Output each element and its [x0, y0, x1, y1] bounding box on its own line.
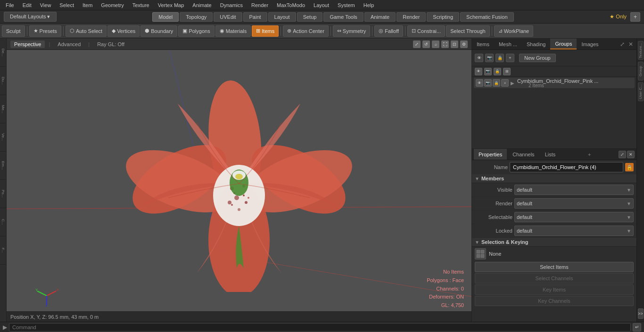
command-arrow[interactable]: ▶ [3, 324, 7, 331]
symmetry-btn[interactable]: ⇔ Symmetry [333, 25, 371, 37]
group-eye-icon[interactable]: 👁 [475, 68, 482, 75]
ps-tab-properties[interactable]: Properties [474, 149, 507, 160]
left-label-0[interactable]: De... [0, 39, 6, 67]
menu-edit[interactable]: Edit [19, 1, 35, 9]
falloff-btn[interactable]: ◎ Falloff [374, 25, 403, 37]
menu-texture[interactable]: Texture [129, 1, 153, 9]
rp-close-icon[interactable]: ✕ [627, 40, 635, 48]
render-icon-1[interactable]: 📷 [485, 54, 494, 62]
eye-icon-1[interactable]: 👁 [475, 54, 483, 62]
rp-tab-groups[interactable]: Groups [550, 39, 577, 49]
menu-maxtomodo[interactable]: MaxToModo [273, 1, 309, 9]
lock-button[interactable]: 🔒 [625, 163, 634, 171]
items-btn[interactable]: ⊞ Items [252, 25, 279, 37]
lock-icon-1[interactable]: 🔒 [495, 54, 504, 62]
menu-animate[interactable]: Animate [189, 1, 215, 9]
left-label-3[interactable]: Ve... [0, 123, 6, 152]
left-label-4[interactable]: Em... [0, 152, 6, 180]
add-layout-btn[interactable]: + [630, 12, 640, 22]
select-items-btn[interactable]: Select Items [475, 262, 634, 272]
constraints-btn[interactable]: ⊡ Constrai... [407, 25, 445, 37]
locked-select[interactable]: default ▼ [514, 226, 634, 236]
tab-model[interactable]: Model [152, 12, 179, 22]
tab-setup[interactable]: Setup [297, 12, 323, 22]
ps-tab-channels[interactable]: Channels [508, 149, 539, 160]
vertices-btn[interactable]: ◆ Vertices [107, 25, 140, 37]
key-items-btn[interactable]: Key Items [475, 284, 634, 295]
menu-layout[interactable]: Layout [310, 1, 333, 9]
tab-uvedit[interactable]: UVEdit [214, 12, 242, 22]
vp-tab-perspective[interactable]: Perspective [10, 40, 45, 48]
name-input[interactable] [510, 162, 623, 172]
plus-icon-1[interactable]: + [506, 54, 514, 62]
rp-tab-items[interactable]: Items [472, 39, 494, 49]
rp-tab-shading[interactable]: Shading [522, 39, 550, 49]
group-cam-icon[interactable]: 📷 [484, 68, 492, 75]
left-label-6[interactable]: C... [0, 208, 6, 236]
tab-schematic-fusion[interactable]: Schematic Fusion [460, 12, 513, 22]
group-grid-icon[interactable]: ⊞ [503, 68, 511, 75]
key-channels-btn[interactable]: Key Channels [475, 296, 634, 306]
select-channels-btn[interactable]: Select Channels [475, 273, 634, 283]
workplane-btn[interactable]: ⊿ WorkPlane [494, 25, 534, 37]
vp-icon-rotate[interactable]: ↺ [422, 40, 430, 48]
rp-tab-images[interactable]: Images [577, 39, 603, 49]
tab-game-tools[interactable]: Game Tools [323, 12, 363, 22]
menu-system[interactable]: System [334, 1, 359, 9]
command-enter-btn[interactable]: ↵ [633, 323, 641, 332]
auto-select-btn[interactable]: ⬡ Auto Select [66, 25, 107, 37]
group-rend-icon[interactable]: 📷 [484, 79, 492, 87]
rs-group-icon[interactable]: Group [638, 62, 644, 81]
left-label-2[interactable]: Me... [0, 95, 6, 123]
tab-scripting[interactable]: Scripting [427, 12, 459, 22]
render-select[interactable]: default ▼ [514, 198, 634, 209]
menu-render[interactable]: Render [248, 1, 272, 9]
new-group-button[interactable]: New Group [519, 54, 556, 62]
vp-tab-advanced[interactable]: Advanced [54, 40, 84, 48]
left-label-5[interactable]: Po... [0, 180, 6, 208]
group-lck-icon[interactable]: 🔒 [493, 79, 500, 87]
sculpt-btn[interactable]: Sculpt [2, 25, 25, 37]
materials-btn[interactable]: ◉ Materials [215, 25, 251, 37]
sk-section-header[interactable]: ▼ Selection & Keying [472, 238, 636, 247]
viewport[interactable]: X Y Z No Items Polygons : Face Channels:… [7, 50, 471, 322]
polygons-btn[interactable]: ▣ Polygons [178, 25, 214, 37]
visible-select[interactable]: default ▼ [514, 185, 634, 195]
rs-texture-icon[interactable]: Texture... [638, 41, 644, 60]
action-center-btn[interactable]: ⊕ Action Center [283, 25, 329, 37]
rs-expand-btn[interactable]: >> [638, 308, 644, 319]
members-section-header[interactable]: ▼ Members [472, 174, 636, 183]
group-vis-icon[interactable]: 👁 [476, 79, 483, 87]
left-label-1[interactable]: Du... [0, 67, 6, 95]
menu-file[interactable]: File [2, 1, 18, 9]
tab-animate[interactable]: Animate [364, 12, 396, 22]
default-layouts-btn[interactable]: Default Layouts ▾ [4, 12, 57, 22]
vp-icon-move[interactable]: ⤢ [413, 40, 421, 48]
menu-geometry[interactable]: Geometry [97, 1, 127, 9]
vp-icon-zoom[interactable]: ⌕ [432, 40, 439, 48]
select-through-btn[interactable]: Select Through [446, 25, 489, 37]
ps-add-tab[interactable]: + [585, 152, 594, 157]
tab-layout[interactable]: Layout [268, 12, 296, 22]
group-plus-icon[interactable]: + [501, 79, 509, 87]
group-lock-icon[interactable]: 🔒 [494, 68, 501, 75]
tab-topology[interactable]: Topology [180, 12, 213, 22]
ps-tab-lists[interactable]: Lists [540, 149, 561, 160]
group-list-item[interactable]: 👁 📷 🔒 + ▶ Cymbidium_Orchid_Flower_Pink .… [474, 78, 635, 88]
rp-tab-mesh[interactable]: Mesh ... [494, 39, 522, 49]
boundary-btn[interactable]: ⬢ Boundary [140, 25, 177, 37]
menu-dynamics[interactable]: Dynamics [216, 1, 247, 9]
command-input[interactable] [9, 323, 631, 332]
presets-btn[interactable]: ★ Presets [29, 25, 61, 37]
ps-close-icon[interactable]: ✕ [627, 151, 635, 158]
sk-grid-icon[interactable] [475, 248, 486, 259]
vp-icon-fit[interactable]: ⛶ [441, 40, 449, 48]
menu-view[interactable]: View [36, 1, 55, 9]
menu-select[interactable]: Select [56, 1, 78, 9]
rs-user-icon[interactable]: User C... [638, 82, 644, 101]
menu-help[interactable]: Help [360, 1, 378, 9]
tab-paint[interactable]: Paint [243, 12, 267, 22]
menu-vertex-map[interactable]: Vertex Map [154, 1, 188, 9]
selectable-select[interactable]: default ▼ [514, 212, 634, 222]
ps-expand-icon[interactable]: ⤢ [619, 151, 626, 158]
